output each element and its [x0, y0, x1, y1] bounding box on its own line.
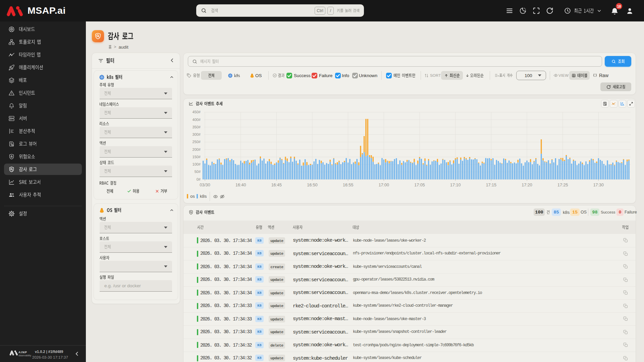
svg-text:0#: 0#: [197, 177, 201, 181]
svg-text:16:50: 16:50: [307, 183, 317, 187]
svg-text:250#: 250#: [193, 140, 201, 144]
svg-text:100#: 100#: [193, 162, 201, 166]
svg-text:450#: 450#: [193, 110, 201, 114]
svg-text:16:55: 16:55: [343, 183, 353, 187]
svg-text:17:15: 17:15: [486, 183, 496, 187]
svg-text:50#: 50#: [195, 170, 201, 174]
svg-text:17:25: 17:25: [557, 183, 568, 187]
svg-text:200#: 200#: [193, 147, 201, 152]
svg-text:03/30: 03/30: [200, 183, 210, 187]
svg-text:350#: 350#: [193, 125, 201, 129]
svg-text:150#: 150#: [193, 155, 201, 159]
svg-text:17:05: 17:05: [414, 183, 425, 187]
svg-text:17:00: 17:00: [379, 183, 389, 187]
svg-text:400#: 400#: [193, 118, 201, 122]
svg-text:17:30: 17:30: [593, 183, 604, 187]
svg-text:16:40: 16:40: [235, 183, 246, 187]
svg-text:16:45: 16:45: [271, 183, 282, 187]
svg-text:17:10: 17:10: [450, 183, 461, 187]
svg-text:17:20: 17:20: [522, 183, 532, 187]
svg-text:300#: 300#: [193, 132, 201, 136]
